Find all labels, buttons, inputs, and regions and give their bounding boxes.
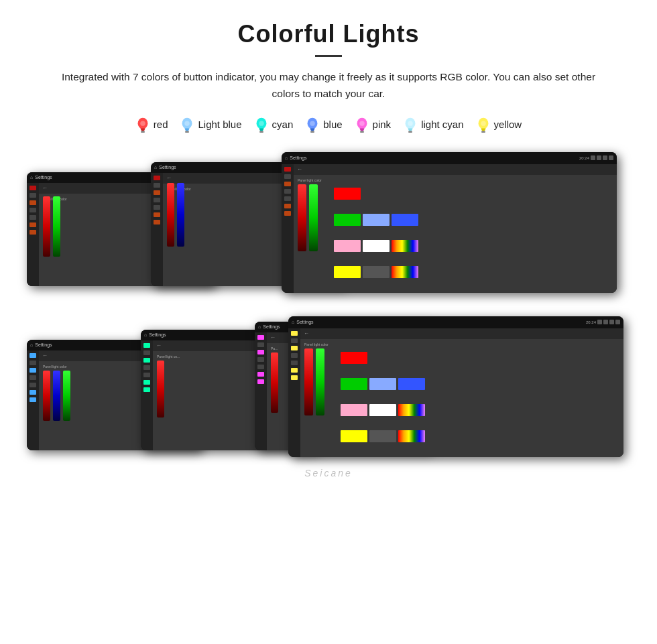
screen4-home-icon: ⌂ bbox=[30, 342, 33, 347]
screen1-btn6 bbox=[29, 222, 36, 227]
screen2-btn3 bbox=[154, 190, 160, 195]
screen7-time: 20:24 bbox=[586, 320, 596, 324]
screen2-title: Settings bbox=[159, 165, 176, 170]
screen5-btn2 bbox=[143, 350, 150, 355]
palette-pink bbox=[334, 240, 361, 252]
screen5-btn6 bbox=[143, 380, 150, 385]
screen3-slider-red bbox=[298, 184, 306, 251]
screen4-title: Settings bbox=[35, 342, 52, 347]
svg-point-5 bbox=[185, 121, 190, 125]
screen3-body: ← Panel light color bbox=[282, 164, 617, 293]
screen7-icon4 bbox=[615, 320, 620, 324]
palette-rainbow bbox=[392, 240, 418, 252]
screen5-btn4 bbox=[143, 365, 150, 370]
color-label-cyan: cyan bbox=[272, 119, 294, 130]
screen7-btn1 bbox=[291, 331, 298, 336]
palette7-rainbow2 bbox=[398, 430, 425, 442]
screen7-btn4 bbox=[291, 353, 298, 358]
screen3-btn7 bbox=[284, 211, 291, 216]
screen7-home-icon: ⌂ bbox=[292, 320, 294, 324]
screen3-main: ← Panel light color bbox=[294, 164, 617, 293]
screen1-slider-red bbox=[43, 196, 50, 257]
screen2-home-icon: ⌂ bbox=[154, 165, 157, 170]
svg-rect-7 bbox=[259, 131, 263, 133]
screen7-palette bbox=[341, 352, 425, 455]
screen7-icon3 bbox=[609, 320, 614, 324]
screen3-back: ← bbox=[297, 166, 302, 172]
screen7-title: Settings bbox=[296, 320, 313, 324]
screen7-back: ← bbox=[304, 330, 309, 336]
screen3-sliders bbox=[298, 184, 322, 251]
screen2-slider-red bbox=[167, 183, 174, 247]
screen3-icon3 bbox=[603, 155, 607, 160]
palette7-white bbox=[369, 404, 396, 416]
screen6-left-btns bbox=[255, 332, 267, 450]
screen7-icon2 bbox=[603, 320, 608, 324]
screen1-btn2 bbox=[29, 193, 36, 198]
screen4-btn5 bbox=[29, 383, 36, 387]
screen3-icon2 bbox=[597, 155, 601, 160]
screen1-slider-green bbox=[53, 196, 60, 257]
screen2-left-btns bbox=[151, 173, 163, 286]
screen7-left-btns bbox=[288, 328, 300, 457]
screen7-btn5 bbox=[291, 361, 298, 365]
screen2-btn6 bbox=[154, 212, 160, 217]
screen7-btn3 bbox=[291, 346, 298, 350]
screen7-icon1 bbox=[597, 320, 602, 324]
screen3-slider-green bbox=[309, 184, 318, 251]
svg-point-2 bbox=[140, 121, 145, 125]
color-item-blue: blue bbox=[305, 116, 342, 133]
palette-yellow bbox=[334, 266, 361, 278]
screen5-btn1 bbox=[143, 343, 150, 348]
screen2-btn7 bbox=[154, 220, 160, 224]
screen3-btn3 bbox=[284, 182, 291, 186]
palette-blue bbox=[392, 214, 418, 226]
screen-card-3: ⌂ Settings 20:24 bbox=[282, 152, 617, 293]
screen6-btn3 bbox=[257, 350, 264, 355]
screen3-title: Settings bbox=[290, 155, 306, 160]
screen6-slider-red bbox=[271, 352, 278, 413]
screen5-back: ← bbox=[156, 342, 162, 348]
title-divider bbox=[315, 55, 342, 57]
screen7-main: ← Panel light color bbox=[300, 328, 623, 457]
svg-rect-4 bbox=[186, 131, 190, 133]
screen6-back: ← bbox=[270, 334, 276, 340]
palette7-green bbox=[341, 378, 367, 390]
screen4-btn3 bbox=[29, 368, 36, 373]
palette7-lightblue bbox=[369, 378, 396, 390]
lightblue-bulb-icon bbox=[180, 116, 194, 133]
screen6-btn5 bbox=[257, 365, 264, 369]
screen7-nav: ← bbox=[300, 328, 623, 339]
screen5-btn5 bbox=[143, 373, 150, 377]
palette-green bbox=[334, 214, 361, 226]
page-container: Colorful Lights Integrated with 7 colors… bbox=[0, 0, 657, 499]
screen3-btn4 bbox=[284, 189, 291, 194]
svg-rect-1 bbox=[141, 131, 145, 133]
screen6-btn4 bbox=[257, 357, 264, 362]
screen1-btn3 bbox=[29, 200, 36, 205]
screen5-left-btns bbox=[141, 340, 153, 450]
screen3-btn1 bbox=[284, 167, 291, 172]
screen4-slider-green bbox=[63, 371, 70, 421]
screen1-home-icon: ⌂ bbox=[30, 175, 33, 180]
lightcyan-bulb-icon bbox=[403, 116, 418, 133]
cyan-bulb-icon bbox=[254, 116, 269, 133]
screen2-btn1 bbox=[154, 176, 160, 180]
watermark-text: Seicane bbox=[304, 468, 353, 478]
palette7-empty bbox=[369, 430, 396, 442]
screen7-btn7 bbox=[291, 375, 298, 380]
screen3-topbar: ⌂ Settings 20:24 bbox=[282, 152, 617, 164]
screen7-sliders bbox=[304, 348, 328, 415]
screen5-home-icon: ⌂ bbox=[144, 332, 147, 337]
svg-rect-10 bbox=[310, 131, 314, 133]
color-label-yellow: yellow bbox=[494, 119, 522, 130]
screen3-sliders-section: Panel light color bbox=[298, 178, 322, 291]
screen3-palette bbox=[334, 188, 418, 291]
screen5-btn7 bbox=[143, 387, 150, 392]
svg-rect-16 bbox=[408, 131, 412, 133]
screen3-panel: Panel light color bbox=[294, 175, 617, 293]
svg-point-17 bbox=[408, 121, 412, 125]
screen4-left-btns bbox=[27, 350, 39, 450]
page-description: Integrated with 7 colors of button indic… bbox=[54, 69, 603, 103]
palette7-pink bbox=[341, 404, 367, 416]
